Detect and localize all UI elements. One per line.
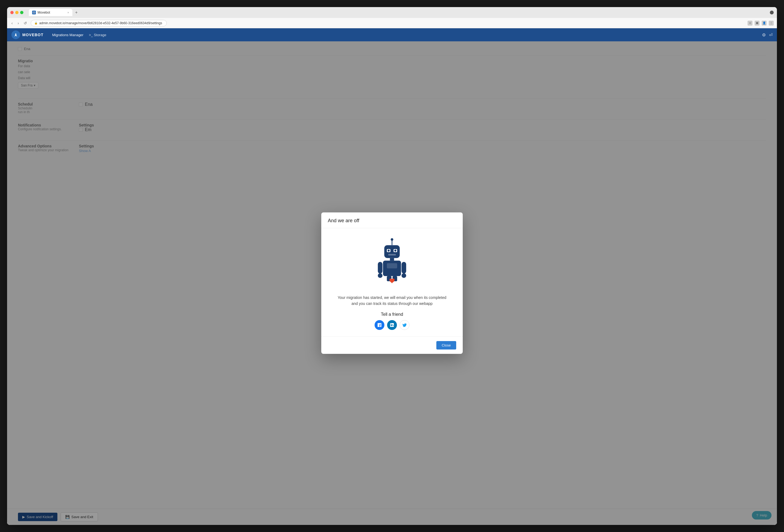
svg-rect-16 (388, 254, 392, 255)
main-content: Ena Migratio For data can sele Data will… (7, 41, 392, 266)
new-tab-button[interactable]: + (74, 9, 79, 16)
robot-illustration (370, 237, 392, 266)
svg-point-3 (15, 33, 16, 34)
nav-links: Migrations Manager >_ Storage (52, 33, 106, 37)
browser-window: Movebot × + ‹ › ↺ 🔒 admin.movebot.io/man… (7, 7, 392, 266)
tab-bar: Movebot × + (29, 9, 79, 16)
svg-rect-20 (378, 262, 383, 266)
svg-point-10 (391, 238, 392, 241)
forward-button[interactable]: › (17, 20, 20, 26)
nav-migrations-link[interactable]: Migrations Manager (52, 33, 84, 37)
close-window-button[interactable] (10, 11, 13, 14)
tab-favicon (32, 10, 36, 15)
svg-point-5 (15, 35, 16, 35)
title-bar: Movebot × + (7, 7, 392, 18)
traffic-lights (10, 11, 23, 14)
svg-point-1 (33, 12, 34, 13)
logo-icon (11, 30, 20, 39)
modal-body: Your migration has started, we will emai… (321, 228, 392, 266)
browser-tab[interactable]: Movebot × (29, 9, 72, 16)
tab-close-button[interactable]: × (67, 11, 69, 14)
app-header: MOVEBOT Migrations Manager >_ Storage ⚙ … (7, 28, 392, 41)
address-input[interactable]: 🔒 admin.movebot.io/manage/move/6b62810d-… (31, 20, 167, 26)
address-text: admin.movebot.io/manage/move/6b62810d-e5… (39, 21, 162, 25)
tab-label: Movebot (37, 10, 50, 15)
svg-rect-17 (390, 258, 392, 260)
svg-point-14 (388, 249, 390, 252)
lock-icon: 🔒 (34, 22, 37, 25)
logo-area: MOVEBOT (11, 30, 44, 39)
svg-line-8 (17, 36, 17, 36)
maximize-window-button[interactable] (20, 11, 23, 14)
nav-storage-link[interactable]: >_ Storage (89, 33, 106, 37)
address-bar: ‹ › ↺ 🔒 admin.movebot.io/manage/move/6b6… (7, 18, 392, 28)
svg-point-6 (16, 35, 17, 35)
reload-button[interactable]: ↺ (23, 20, 28, 26)
svg-rect-19 (387, 263, 392, 266)
modal-title: And we are off (328, 218, 392, 224)
modal-header: And we are off (321, 213, 392, 228)
modal-dialog: And we are off (321, 213, 392, 266)
svg-rect-2 (33, 13, 34, 13)
minimize-window-button[interactable] (15, 11, 19, 14)
modal-overlay: And we are off (7, 41, 392, 266)
brand-name: MOVEBOT (22, 33, 44, 37)
back-button[interactable]: ‹ (10, 20, 14, 26)
